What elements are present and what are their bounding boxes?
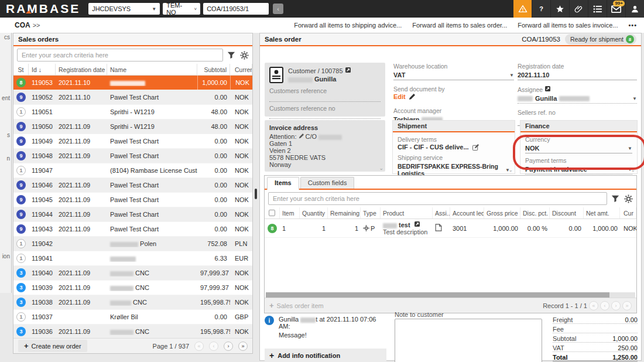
items-column-item[interactable]: Item xyxy=(280,207,300,218)
horizontal-scrollbar[interactable] xyxy=(266,292,635,298)
column-header-registration-date[interactable]: Registration date xyxy=(56,64,107,75)
sales-order-row[interactable]: 31190392021.11.09 CNC97,999.37NOK xyxy=(13,281,252,295)
items-column-quantity[interactable]: Quantity xyxy=(300,207,328,218)
favorites-star-icon[interactable] xyxy=(551,0,569,18)
more-actions-button[interactable]: ••• xyxy=(628,22,637,29)
add-info-notification-button[interactable]: +Add info notification xyxy=(265,349,386,362)
sales-order-row[interactable]: 91190432021.11.09Pawel Test Chart0.00NOK xyxy=(13,222,252,237)
alert-warning-icon[interactable] xyxy=(513,0,532,18)
help-icon[interactable]: ? xyxy=(532,0,550,18)
forward-action-link[interactable]: Forward all items to shipping advice... xyxy=(294,22,402,29)
items-column-net-amt-[interactable]: Net amt. xyxy=(584,207,620,218)
column-header-st[interactable]: St xyxy=(13,64,29,75)
sales-order-row[interactable]: 81190532021.11.101,000.00NOK xyxy=(13,76,252,90)
sales-orders-search-input[interactable] xyxy=(17,49,223,62)
sales-order-row[interactable]: 91190502021.11.09Sprithi - W121948.00NOK xyxy=(13,119,252,134)
column-header-name[interactable]: Name xyxy=(107,64,197,75)
last-page-button[interactable]: » xyxy=(238,341,248,351)
menu-list-icon[interactable] xyxy=(588,0,607,18)
tab-custom-fields[interactable]: Custom fields xyxy=(300,177,355,189)
forward-action-link[interactable]: Forward all items to sales order... xyxy=(412,22,507,29)
items-column-account-ledger[interactable]: Account ledger xyxy=(450,207,484,218)
items-column-type[interactable]: Type xyxy=(361,207,381,218)
user-profile-icon[interactable] xyxy=(626,0,644,18)
sales-order-row[interactable]: 91190452021.11.09Pawel Test Chart0.00NOK xyxy=(13,193,252,207)
gear-icon[interactable] xyxy=(624,194,633,203)
attachments-paperclip-icon[interactable] xyxy=(570,0,588,18)
column-header-id[interactable]: Id ↓ xyxy=(29,64,56,75)
sales-order-row[interactable]: 91190442021.11.09Pawel Test Chart0.00NOK xyxy=(13,207,252,222)
customer-link[interactable]: Customer / 100785 xyxy=(288,67,351,74)
customers-reference-value[interactable] xyxy=(269,95,381,102)
edit-pencil-icon[interactable] xyxy=(299,133,304,140)
scroll-more-chevron-icon[interactable]: ⌄ xyxy=(508,167,513,173)
sales-order-row[interactable]: 1119047(8104) Rambase License Customer -… xyxy=(13,163,252,178)
items-search-input[interactable] xyxy=(268,192,607,205)
currency-select[interactable]: NOK▼ xyxy=(525,144,632,153)
sales-order-row[interactable]: 91190492021.11.09Pawel Test Chart0.00NOK xyxy=(13,134,252,149)
sales-order-row[interactable]: 1119037Krøller Bil0.00GBP xyxy=(13,310,252,325)
collapsed-menu-item[interactable]: s xyxy=(7,132,10,138)
items-column-disc-pct-[interactable]: Disc. pct. xyxy=(520,207,550,218)
tab-items[interactable]: Items xyxy=(267,177,299,190)
sales-order-row[interactable]: 11190416.33EUR xyxy=(13,251,252,266)
sales-order-row[interactable]: 91190482021.11.09Pawel Test Chart0.00NOK xyxy=(13,149,252,163)
customers-reference-no-value[interactable] xyxy=(269,112,381,119)
items-column-checkbox[interactable] xyxy=(265,207,280,218)
collapsed-side-menu[interactable]: csentsnion xyxy=(0,33,12,293)
item-row[interactable]: 8111P test Test description30011,000.000… xyxy=(265,219,636,238)
messages-mail-icon[interactable]: 99+ xyxy=(607,0,625,18)
items-column-discount[interactable]: Discount xyxy=(550,207,584,218)
next-page-button[interactable]: › xyxy=(224,341,233,351)
sales-order-row[interactable]: 31190402021.11.09 CNC97,999.37NOK xyxy=(13,266,252,281)
system-select[interactable]: JHCDEVSYS▼ xyxy=(88,3,160,15)
column-header-currency[interactable]: Currency xyxy=(230,64,252,75)
items-column-remaining[interactable]: Remaining xyxy=(328,207,361,218)
first-page-button[interactable]: « xyxy=(194,341,204,351)
document-id-input[interactable] xyxy=(207,5,265,12)
panel-splitter-handle[interactable] xyxy=(255,189,257,199)
payment-terms-select[interactable]: Payment in advance▼ xyxy=(525,165,632,175)
column-header-subtotal[interactable]: Subtotal xyxy=(197,64,230,75)
collapsed-menu-item[interactable]: n xyxy=(6,155,10,162)
sales-order-row[interactable]: 31190362021.11.09 CNC195,998.75NOK xyxy=(13,325,252,338)
warehouse-location-select[interactable]: VAT▼ xyxy=(393,70,514,80)
select-all-checkbox[interactable] xyxy=(269,210,275,216)
add-sales-order-item-button[interactable]: +Sales order item xyxy=(269,301,324,310)
sales-order-row[interactable]: 91190462021.11.09Pawel Test Chart0.00NOK xyxy=(13,178,252,193)
sales-order-row[interactable]: 1119042 Polen752.08PLN xyxy=(13,237,252,251)
items-column-gross-price[interactable]: Gross price xyxy=(484,207,520,218)
filter-funnel-icon[interactable] xyxy=(227,50,236,60)
scroll-more-chevron-icon[interactable]: ⌄ xyxy=(631,167,635,173)
registration-date-value[interactable]: 2021.11.10 xyxy=(518,70,637,80)
history-back-button[interactable]: ‹ xyxy=(273,4,283,14)
scroll-more-chevron-icon[interactable]: ⌄ xyxy=(379,165,383,171)
collapsed-menu-item[interactable]: cs xyxy=(4,34,10,40)
sales-order-row[interactable]: 31190382021.11.09 CNC195,998.75NOK xyxy=(13,295,252,310)
items-column-product[interactable]: Product xyxy=(381,207,433,218)
delivery-terms-value[interactable]: CIF - CIF - CUS delive... xyxy=(398,144,510,151)
next-record-button[interactable]: › xyxy=(611,301,621,310)
breadcrumb[interactable]: COA>> xyxy=(15,21,40,29)
gear-icon[interactable] xyxy=(239,50,249,60)
sales-order-row[interactable]: 91190522021.11.10Pawel Test Chart0.00NOK xyxy=(13,90,252,105)
document-icon[interactable] xyxy=(435,224,442,231)
rambase-logo[interactable]: RAMBASE xyxy=(0,2,88,16)
collapsed-menu-item[interactable]: ent xyxy=(2,95,10,101)
scrollbar-thumb[interactable] xyxy=(266,292,609,298)
filter-funnel-icon[interactable] xyxy=(611,194,620,203)
first-record-button[interactable]: « xyxy=(589,301,598,310)
note-to-customer-textarea[interactable] xyxy=(395,319,542,362)
create-new-order-button[interactable]: +Create new order xyxy=(18,340,87,352)
last-record-button[interactable]: » xyxy=(622,301,632,310)
module-select[interactable]: TEM-NO˅ xyxy=(163,3,200,15)
collapsed-menu-item[interactable]: ion xyxy=(2,253,10,259)
items-column-cur[interactable]: Cur xyxy=(620,207,636,218)
sales-order-row[interactable]: 1119051Sprithi - W121948.00NOK xyxy=(13,105,252,119)
assignee-select[interactable]: Gunilla▼ xyxy=(518,94,637,104)
forward-action-link[interactable]: Forward all items to sales invoice... xyxy=(518,22,618,29)
prev-page-button[interactable]: ‹ xyxy=(209,341,218,351)
prev-record-button[interactable]: ‹ xyxy=(600,301,609,310)
items-column-assi-[interactable]: Assi... xyxy=(433,207,450,218)
edit-send-document-link[interactable]: Edit xyxy=(393,93,514,100)
